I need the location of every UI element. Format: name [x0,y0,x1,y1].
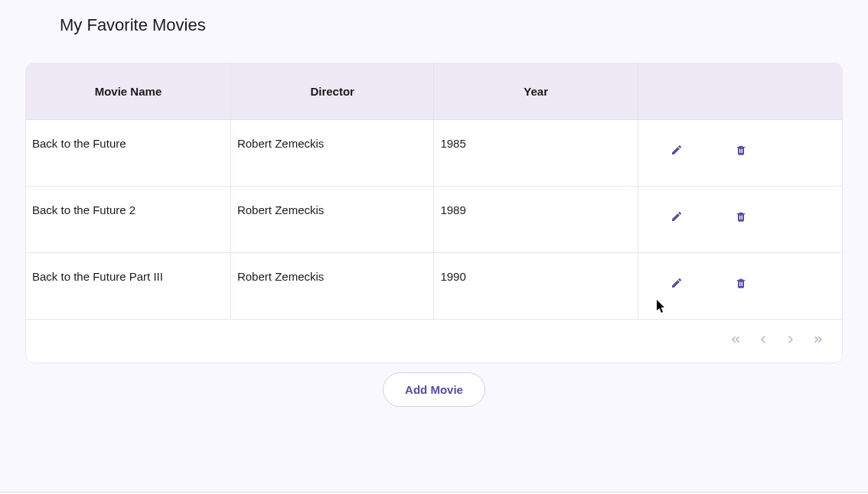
trash-icon [735,144,747,158]
pencil-icon [671,277,683,291]
last-page-button[interactable] [810,332,827,349]
next-page-button[interactable] [782,332,799,349]
cell-movie-name: Back to the Future Part III [26,253,230,320]
table-row: Back to the Future 2Robert Zemeckis1989 [26,187,842,253]
delete-button[interactable] [727,203,755,231]
movies-table: Movie Name Director Year Back to the Fut… [25,63,843,363]
cell-movie-name: Back to the Future 2 [26,187,230,253]
cell-actions [638,187,842,253]
add-movie-button[interactable]: Add Movie [383,372,485,407]
cell-director: Robert Zemeckis [230,187,434,253]
cell-actions [638,253,842,320]
cell-director: Robert Zemeckis [230,120,434,187]
delete-button[interactable] [727,270,755,297]
chevron-left-icon [757,333,769,348]
chevron-right-icon [785,333,797,348]
divider [0,492,868,492]
table-row: Back to the FutureRobert Zemeckis1985 [26,120,842,187]
cell-actions [638,120,842,187]
table-header-row: Movie Name Director Year [26,63,842,120]
edit-button[interactable] [663,203,690,231]
col-header-year: Year [434,63,638,120]
pencil-icon [671,210,683,225]
col-header-name: Movie Name [26,63,230,120]
cell-year: 1989 [434,187,638,253]
cell-year: 1990 [434,253,638,320]
col-header-actions [638,63,842,120]
edit-button[interactable] [663,137,690,164]
trash-icon [735,277,747,291]
delete-button[interactable] [727,137,755,164]
table-row: Back to the Future Part IIIRobert Zemeck… [26,253,842,320]
page-title: My Favorite Movies [0,0,868,35]
chevron-double-left-icon [729,333,742,348]
pencil-icon [671,144,683,158]
chevron-double-right-icon [812,333,824,348]
prev-page-button[interactable] [755,332,772,349]
trash-icon [735,210,747,225]
pagination [26,320,842,362]
cell-year: 1985 [434,120,638,187]
col-header-director: Director [230,63,434,120]
cell-movie-name: Back to the Future [26,120,230,187]
first-page-button[interactable] [727,332,744,349]
edit-button[interactable] [663,270,690,297]
cell-director: Robert Zemeckis [230,253,434,320]
